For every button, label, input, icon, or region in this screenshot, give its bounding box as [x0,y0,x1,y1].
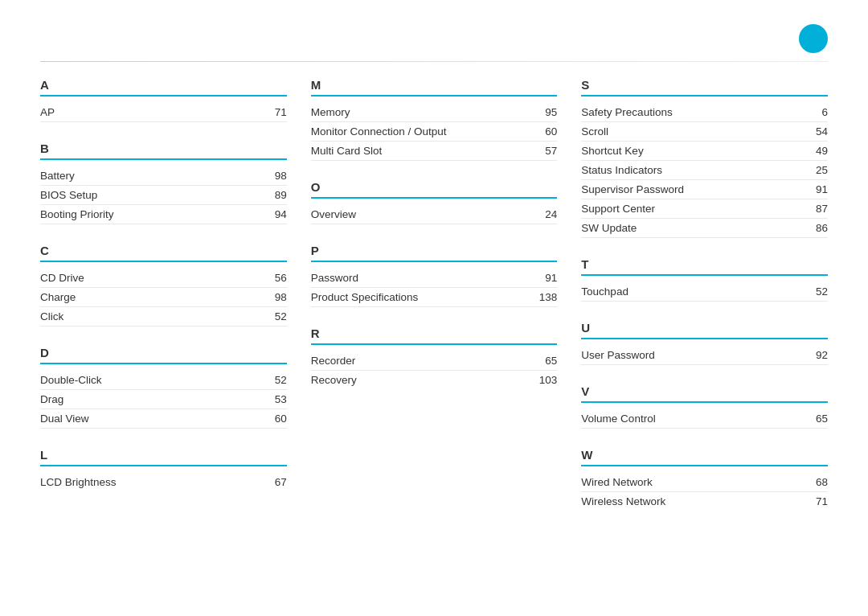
item-label: Shortcut Key [581,145,643,157]
item-page: 56 [263,272,287,284]
item-label: BIOS Setup [40,189,97,201]
section-letter-w: W [581,448,828,462]
item-page: 24 [533,208,557,220]
item-page: 65 [533,355,557,367]
item-page: 25 [804,164,828,176]
index-item: Battery98 [40,166,287,186]
section-divider-a [40,95,287,97]
item-page: 67 [263,476,287,488]
item-label: Touchpad [581,285,628,298]
item-label: Booting Priority [40,208,114,220]
index-item: Supervisor Password91 [581,180,828,199]
item-page: 71 [804,495,828,507]
item-page: 49 [804,145,828,157]
section-divider-m [311,95,558,97]
page-header [40,24,828,53]
index-item: Double-Click52 [40,371,287,390]
section-divider-s [581,95,828,97]
index-item: Charge98 [40,288,287,307]
index-item: Drag53 [40,390,287,409]
section-divider-r [311,343,558,345]
section-divider-p [311,261,558,262]
item-label: Dual View [40,413,89,425]
section-letter-o: O [311,180,558,194]
index-item: Password91 [311,269,558,288]
section-divider-u [581,338,828,339]
item-page: 98 [263,291,287,303]
section-letter-a: A [40,78,287,92]
section-divider-b [40,158,287,160]
item-page: 52 [263,374,287,386]
item-page: 138 [533,291,557,303]
index-item: CD Drive56 [40,269,287,288]
index-item: Monitor Connection / Output60 [311,122,558,142]
index-item: Recorder65 [311,351,558,371]
section-letter-s: S [581,78,828,92]
item-label: CD Drive [40,272,84,284]
index-item: Wireless Network71 [581,492,828,511]
item-page: 54 [804,125,828,138]
item-label: Click [40,310,63,322]
index-column-3: SSafety Precautions6Scroll54Shortcut Key… [581,78,828,511]
index-item: Safety Precautions6 [581,103,828,122]
index-item: BIOS Setup89 [40,186,287,205]
index-item: Click52 [40,307,287,326]
index-item: Status Indicators25 [581,161,828,180]
index-item: SW Update86 [581,219,828,238]
item-page: 94 [263,208,287,220]
item-label: User Password [581,349,655,361]
item-label: Safety Precautions [581,106,672,118]
section-letter-c: C [40,244,287,257]
item-label: Recorder [311,355,356,367]
item-page: 52 [804,285,828,298]
item-page: 6 [804,106,828,118]
index-item: Product Specifications138 [311,288,558,307]
section-letter-b: B [40,142,287,155]
index-item: Overview24 [311,205,558,224]
index-item: Recovery103 [311,371,558,389]
item-page: 65 [804,413,828,425]
index-item: Shortcut Key49 [581,142,828,161]
page: AAP71BBattery98BIOS Setup89Booting Prior… [0,0,868,616]
index-item: LCD Brightness67 [40,473,287,491]
page-number-badge [799,24,828,53]
section-divider-c [40,261,287,262]
item-page: 57 [533,145,557,157]
section-divider-o [311,197,558,199]
item-label: Volume Control [581,413,655,425]
item-label: Scroll [581,125,608,138]
section-letter-u: U [581,321,828,335]
header-divider [40,61,828,62]
item-label: SW Update [581,222,637,234]
index-item: Support Center87 [581,199,828,219]
index-columns: AAP71BBattery98BIOS Setup89Booting Prior… [40,78,828,511]
section-letter-d: D [40,346,287,359]
index-item: AP71 [40,103,287,122]
item-page: 68 [804,476,828,488]
item-label: Overview [311,208,356,220]
item-label: Monitor Connection / Output [311,125,447,138]
item-label: Battery [40,170,75,182]
section-letter-m: M [311,78,558,92]
item-label: Product Specifications [311,291,419,303]
item-page: 52 [263,310,287,322]
index-item: Wired Network68 [581,473,828,492]
item-label: Wireless Network [581,495,665,507]
item-label: Recovery [311,374,357,386]
item-page: 91 [533,272,557,284]
item-label: Password [311,272,358,284]
section-letter-p: P [311,244,558,257]
index-item: Memory95 [311,103,558,122]
item-label: Status Indicators [581,164,662,176]
item-page: 86 [804,222,828,234]
section-divider-l [40,465,287,466]
item-label: Multi Card Slot [311,145,383,157]
section-letter-l: L [40,448,287,462]
item-page: 53 [263,393,287,405]
item-label: Double-Click [40,374,102,386]
section-divider-w [581,465,828,466]
item-page: 103 [533,374,557,386]
item-label: LCD Brightness [40,476,117,488]
item-label: Drag [40,393,63,405]
item-page: 89 [263,189,287,201]
